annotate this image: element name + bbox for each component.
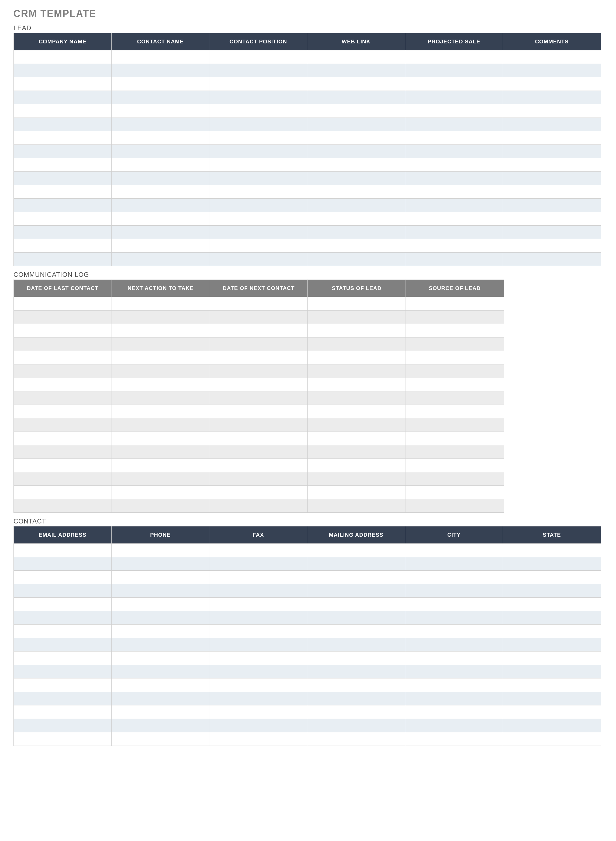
table-cell[interactable] <box>14 239 111 252</box>
table-cell[interactable] <box>308 378 406 391</box>
table-cell[interactable] <box>111 459 210 472</box>
table-cell[interactable] <box>307 172 405 185</box>
table-cell[interactable] <box>405 652 503 665</box>
table-cell[interactable] <box>14 544 111 557</box>
table-cell[interactable] <box>405 638 503 652</box>
table-cell[interactable] <box>14 445 112 459</box>
table-cell[interactable] <box>210 486 308 499</box>
table-cell[interactable] <box>307 638 405 652</box>
table-cell[interactable] <box>210 584 307 597</box>
table-cell[interactable] <box>405 625 503 638</box>
table-cell[interactable] <box>111 64 210 77</box>
table-cell[interactable] <box>406 499 504 513</box>
table-cell[interactable] <box>406 378 504 391</box>
table-cell[interactable] <box>308 391 406 405</box>
table-cell[interactable] <box>405 226 503 239</box>
table-cell[interactable] <box>503 145 601 158</box>
table-cell[interactable] <box>307 91 405 104</box>
table-cell[interactable] <box>111 665 210 678</box>
table-cell[interactable] <box>308 311 406 324</box>
table-cell[interactable] <box>14 499 112 513</box>
table-cell[interactable] <box>14 212 111 226</box>
table-cell[interactable] <box>210 50 307 64</box>
table-cell[interactable] <box>406 311 504 324</box>
table-cell[interactable] <box>111 145 210 158</box>
table-cell[interactable] <box>405 212 503 226</box>
table-cell[interactable] <box>307 625 405 638</box>
table-cell[interactable] <box>210 324 308 338</box>
table-cell[interactable] <box>405 611 503 625</box>
table-cell[interactable] <box>14 104 111 118</box>
table-cell[interactable] <box>308 418 406 432</box>
table-cell[interactable] <box>503 199 601 212</box>
table-cell[interactable] <box>405 131 503 145</box>
table-cell[interactable] <box>14 252 111 266</box>
table-cell[interactable] <box>503 252 601 266</box>
table-cell[interactable] <box>307 732 405 746</box>
table-cell[interactable] <box>307 611 405 625</box>
table-cell[interactable] <box>14 77 111 91</box>
table-cell[interactable] <box>503 625 601 638</box>
table-cell[interactable] <box>503 665 601 678</box>
table-cell[interactable] <box>210 64 307 77</box>
table-cell[interactable] <box>307 239 405 252</box>
table-cell[interactable] <box>111 91 210 104</box>
table-cell[interactable] <box>308 405 406 418</box>
table-cell[interactable] <box>405 692 503 705</box>
table-cell[interactable] <box>14 472 112 486</box>
table-cell[interactable] <box>307 252 405 266</box>
table-cell[interactable] <box>210 678 307 692</box>
table-cell[interactable] <box>210 297 308 311</box>
table-cell[interactable] <box>503 212 601 226</box>
table-cell[interactable] <box>14 557 111 571</box>
table-cell[interactable] <box>210 418 308 432</box>
table-cell[interactable] <box>503 557 601 571</box>
table-cell[interactable] <box>307 597 405 611</box>
table-cell[interactable] <box>210 652 307 665</box>
table-cell[interactable] <box>210 391 308 405</box>
table-cell[interactable] <box>503 226 601 239</box>
table-cell[interactable] <box>14 131 111 145</box>
table-cell[interactable] <box>14 64 111 77</box>
table-cell[interactable] <box>503 692 601 705</box>
table-cell[interactable] <box>111 212 210 226</box>
table-cell[interactable] <box>14 405 112 418</box>
table-cell[interactable] <box>405 104 503 118</box>
table-cell[interactable] <box>210 145 307 158</box>
table-cell[interactable] <box>308 338 406 351</box>
table-cell[interactable] <box>111 611 210 625</box>
table-cell[interactable] <box>111 732 210 746</box>
table-cell[interactable] <box>210 597 307 611</box>
table-cell[interactable] <box>14 611 111 625</box>
table-cell[interactable] <box>405 678 503 692</box>
table-cell[interactable] <box>405 239 503 252</box>
table-cell[interactable] <box>405 118 503 131</box>
table-cell[interactable] <box>111 499 210 513</box>
table-cell[interactable] <box>210 544 307 557</box>
table-cell[interactable] <box>14 185 111 199</box>
table-cell[interactable] <box>111 584 210 597</box>
table-cell[interactable] <box>503 131 601 145</box>
table-cell[interactable] <box>405 732 503 746</box>
table-cell[interactable] <box>14 391 112 405</box>
table-cell[interactable] <box>111 418 210 432</box>
table-cell[interactable] <box>405 665 503 678</box>
table-cell[interactable] <box>405 597 503 611</box>
table-cell[interactable] <box>14 311 112 324</box>
table-cell[interactable] <box>210 158 307 172</box>
table-cell[interactable] <box>307 584 405 597</box>
table-cell[interactable] <box>405 252 503 266</box>
table-cell[interactable] <box>111 199 210 212</box>
table-cell[interactable] <box>405 705 503 719</box>
table-cell[interactable] <box>503 719 601 732</box>
table-cell[interactable] <box>503 584 601 597</box>
table-cell[interactable] <box>308 459 406 472</box>
table-cell[interactable] <box>210 459 308 472</box>
table-cell[interactable] <box>307 199 405 212</box>
table-cell[interactable] <box>14 638 111 652</box>
table-cell[interactable] <box>405 185 503 199</box>
table-cell[interactable] <box>111 252 210 266</box>
table-cell[interactable] <box>111 239 210 252</box>
table-cell[interactable] <box>210 638 307 652</box>
table-cell[interactable] <box>111 338 210 351</box>
